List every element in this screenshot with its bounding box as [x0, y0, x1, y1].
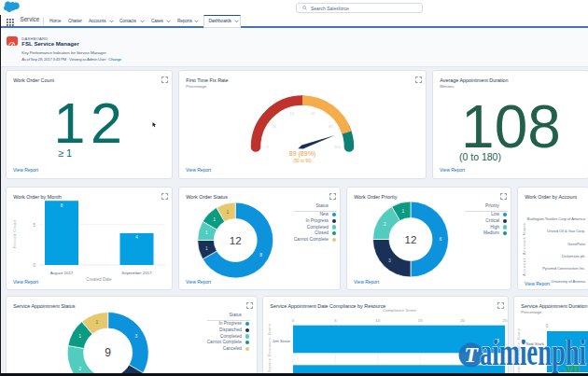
svg-text:4: 4 — [135, 235, 138, 240]
svg-text:15: 15 — [418, 318, 423, 323]
svg-text:2: 2 — [78, 366, 81, 371]
svg-text:100: 100 — [334, 145, 342, 149]
svg-text:1: 1 — [205, 245, 208, 251]
svg-text:1: 1 — [213, 216, 216, 222]
svg-text:Record Count: Record Count — [12, 219, 17, 248]
svg-text:3: 3 — [388, 258, 391, 263]
svg-text:80: 80 — [329, 124, 333, 129]
svg-text:3: 3 — [134, 333, 137, 339]
svg-text:0: 0 — [33, 263, 35, 268]
svg-text:Compliance Score: Compliance Score — [383, 308, 416, 313]
svg-text:Created Date: Created Date — [86, 277, 112, 282]
svg-text:10: 10 — [375, 318, 380, 323]
svg-text:6: 6 — [439, 236, 441, 242]
svg-text:5: 5 — [33, 223, 35, 228]
svg-text:September 2017: September 2017 — [121, 271, 152, 275]
svg-text:20: 20 — [272, 124, 276, 129]
svg-text:5: 5 — [334, 318, 337, 323]
svg-text:60: 60 — [311, 111, 315, 116]
svg-text:12: 12 — [405, 234, 417, 245]
svg-text:40: 40 — [289, 111, 294, 116]
svg-text:.vn: .vn — [563, 361, 581, 373]
svg-text:Jon Snow: Jon Snow — [273, 339, 291, 343]
svg-text:8: 8 — [61, 203, 63, 208]
svg-text:August 2017: August 2017 — [50, 271, 74, 275]
svg-text:0: 0 — [266, 145, 269, 149]
svg-text:1: 1 — [401, 208, 404, 214]
svg-text:1: 1 — [205, 230, 208, 235]
svg-text:1: 1 — [227, 209, 230, 215]
svg-text:2: 2 — [384, 221, 386, 227]
svg-text:9: 9 — [105, 346, 111, 359]
svg-text:12: 12 — [230, 235, 242, 246]
svg-text:1: 1 — [95, 319, 98, 325]
svg-text:0: 0 — [546, 324, 549, 328]
svg-text:20: 20 — [460, 318, 465, 323]
svg-text:1: 1 — [78, 333, 81, 339]
svg-text:T: T — [464, 342, 479, 367]
svg-text:0: 0 — [292, 318, 295, 323]
svg-text:25: 25 — [503, 318, 508, 323]
svg-text:Service Resource: Name: Service Resource: Name — [267, 323, 272, 373]
svg-text:8: 8 — [259, 252, 262, 258]
